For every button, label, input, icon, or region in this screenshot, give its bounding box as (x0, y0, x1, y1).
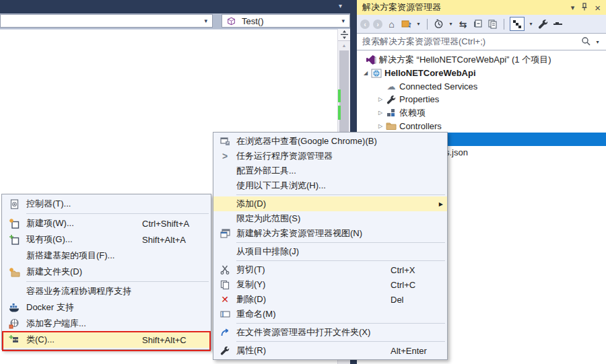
menu-item-label: 任务运行程序资源管理器 (236, 150, 391, 162)
menu-separator (236, 323, 445, 324)
member-dropdown[interactable]: Test() ▾ (222, 14, 350, 28)
new-view-icon (213, 229, 236, 238)
tree-item-dependencies[interactable]: ▷ 依赖项 (357, 106, 606, 120)
tree-item-project[interactable]: ◢ HelloNETCoreWebApi (357, 67, 606, 80)
back-icon[interactable]: ‹ (360, 20, 370, 29)
change-indicator (338, 89, 341, 102)
sync-with-active-document-icon[interactable] (510, 17, 525, 31)
search-box[interactable]: 搜索解决方案资源管理器(Ctrl+;) ▾ (357, 33, 606, 50)
menu-item-cut[interactable]: 剪切(T) Ctrl+X (213, 262, 447, 277)
open-folder-arrow-icon (213, 328, 236, 337)
submenu-item-new-item[interactable]: 新建项(W)... Ctrl+Shift+A (2, 215, 211, 231)
properties-icon[interactable] (537, 18, 549, 30)
search-input[interactable]: 搜索解决方案资源管理器(Ctrl+;) (362, 36, 577, 48)
search-icon[interactable] (581, 36, 591, 48)
member-dropdown-value: Test() (240, 16, 264, 26)
menu-item-open-folder-in-file-explorer[interactable]: 在文件资源管理器中打开文件夹(X) (213, 325, 447, 340)
switch-views-dropdown-icon[interactable]: ▾ (415, 18, 422, 30)
scrollbar-up-icon[interactable]: ▲ (338, 41, 350, 50)
tree-item-label: Controllers (397, 121, 442, 131)
menu-item-label: 在浏览器中查看(Google Chrome)(B) (236, 135, 391, 147)
tree-item-label: Properties (397, 94, 439, 104)
web-project-icon (370, 68, 382, 79)
toolbar-separator (427, 19, 428, 30)
collapse-icon[interactable] (552, 18, 564, 30)
submenu-item-new-folder[interactable]: 新建文件夹(D) (2, 264, 211, 280)
tree-item-properties[interactable]: ▷ Properties (357, 93, 606, 106)
submenu-item-existing-item[interactable]: 现有项(G)... Shift+Alt+A (2, 231, 211, 248)
menu-item-label: 现有项(G)... (26, 233, 142, 246)
menu-item-label: 控制器(T)... (26, 198, 142, 210)
menu-item-task-runner-explorer[interactable]: > 任务运行程序资源管理器 (213, 149, 447, 163)
menu-item-label: 属性(R) (236, 344, 391, 357)
splitter-handle-icon[interactable] (338, 29, 350, 41)
connected-services-icon: ☁ (385, 81, 397, 92)
tree-item-controllers[interactable]: ▷ Controllers (357, 119, 606, 133)
pin-icon[interactable] (581, 3, 588, 12)
menu-item-label: 限定为此范围(S) (236, 213, 391, 225)
tab-overflow-icon[interactable]: ▾ (339, 2, 342, 9)
menu-item-label: 删除(D) (236, 293, 391, 305)
tree-item-connected-services[interactable]: ☁ Connected Services (357, 79, 606, 93)
cut-icon (213, 265, 236, 275)
close-icon[interactable]: × (595, 3, 601, 13)
chevron-down-icon: ▾ (204, 17, 207, 24)
pending-changes-filter-icon[interactable] (433, 18, 444, 30)
tree-item-solution[interactable]: 解决方案 “HelloNETCoreWebApi” (1 个项目) (357, 53, 606, 67)
folder-icon (385, 121, 397, 131)
expander-expanded-icon[interactable]: ◢ (361, 70, 370, 76)
solution-explorer-toolbar: ‹ › ⌂ ▾ ▾ ⇆ ▾ (357, 15, 606, 33)
menu-item-view-in-browser[interactable]: 在浏览器中查看(Google Chrome)(B) (213, 134, 447, 149)
tree-item-label: 依赖项 (397, 107, 426, 119)
menu-item-browse-with[interactable]: 使用以下工具浏览(H)... (213, 178, 447, 193)
menu-item-label: 新建解决方案资源管理器视图(N) (236, 227, 391, 240)
sync-dropdown-icon[interactable]: ▾ (528, 18, 534, 30)
client-library-icon (2, 318, 26, 329)
menu-item-properties[interactable]: 属性(R) Alt+Enter (213, 343, 447, 358)
menu-item-label: 使用以下工具浏览(H)... (236, 180, 391, 192)
menu-item-label: 剪切(T) (236, 264, 391, 276)
menu-item-label: 从项目中排除(J) (236, 246, 391, 258)
menu-item-label: 类(C)... (26, 334, 142, 346)
menu-item-add[interactable]: 添加(D) ▶ (213, 196, 447, 211)
menu-item-rename[interactable]: 重命名(M) (213, 307, 447, 322)
collapse-all-icon[interactable] (472, 18, 483, 30)
filter-dropdown-icon[interactable]: ▾ (448, 18, 454, 30)
rename-icon (213, 310, 236, 318)
menu-item-label: 新建文件夹(D) (26, 266, 142, 278)
menu-item-delete[interactable]: ✕ 删除(D) Del (213, 292, 447, 307)
refresh-icon[interactable]: ⇆ (457, 18, 469, 30)
menu-separator (236, 260, 445, 261)
menu-shortcut: Shift+Alt+C (142, 335, 211, 345)
menu-item-new-solution-explorer-view[interactable]: 新建解决方案资源管理器视图(N) (213, 226, 447, 241)
expander-collapsed-icon[interactable]: ▷ (376, 123, 385, 129)
docker-icon (2, 303, 26, 312)
new-folder-icon (2, 267, 26, 277)
menu-item-label: 容器业务流程协调程序支持 (26, 285, 142, 297)
forward-icon[interactable]: › (373, 20, 382, 29)
type-dropdown[interactable]: ▾ (0, 14, 213, 28)
submenu-item-class[interactable]: 类(C)... Shift+Alt+C (2, 332, 211, 348)
submenu-item-container-orchestrator-support[interactable]: 容器业务流程协调程序支持 (2, 283, 211, 299)
panel-title: 解决方案资源管理器 (362, 1, 564, 13)
menu-item-exclude-from-project[interactable]: 从项目中排除(J) (213, 244, 447, 259)
switch-views-icon[interactable] (401, 18, 412, 30)
menu-item-scope-to-this[interactable]: 限定为此范围(S) (213, 211, 447, 226)
window-position-icon[interactable]: ▾ (571, 4, 575, 11)
submenu-item-docker-support[interactable]: Docker 支持 (2, 299, 211, 316)
editor-tab-bar: ▾ (0, 0, 357, 13)
expander-collapsed-icon[interactable]: ▷ (376, 110, 385, 116)
expander-collapsed-icon[interactable]: ▷ (376, 96, 385, 102)
home-icon[interactable]: ⌂ (386, 18, 397, 30)
menu-shortcut: Del (391, 295, 447, 305)
submenu-item-new-scaffolded-item[interactable]: 新搭建基架的项目(F)... (2, 248, 211, 264)
menu-item-configure-external-tools[interactable]: 配置外部工具... (213, 163, 447, 178)
change-indicator (338, 106, 341, 120)
menu-separator (236, 194, 445, 195)
menu-item-copy[interactable]: 复制(Y) Ctrl+C (213, 277, 447, 292)
search-dropdown-icon[interactable]: ▾ (595, 36, 601, 48)
submenu-item-add-client-library[interactable]: 添加客户端库... (2, 316, 211, 332)
submenu-item-controller[interactable]: 控制器(T)... (2, 196, 211, 212)
preview-selected-items-icon[interactable] (487, 18, 498, 30)
new-item-icon (2, 218, 26, 229)
